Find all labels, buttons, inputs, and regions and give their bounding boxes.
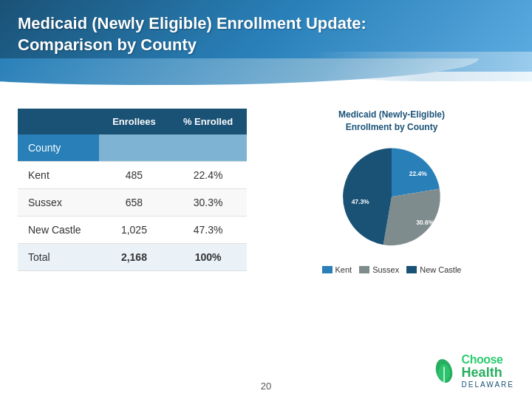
row-total-percent: 100%	[169, 244, 247, 271]
table-header-row: Enrollees % Enrolled	[18, 109, 247, 134]
row-newcastle-enrollees: 1,025	[99, 216, 169, 244]
pie-label-kent: 22.4%	[409, 170, 427, 177]
table-row: Kent 485 22.4%	[18, 162, 247, 189]
page-header: Medicaid (Newly Eligible) Enrollment Upd…	[0, 0, 532, 72]
legend-item-kent: Kent	[322, 265, 352, 274]
logo-choose: Choose	[462, 353, 514, 366]
legend-color-kent	[322, 266, 332, 273]
row-sussex-name: Sussex	[18, 189, 99, 216]
legend-label-newcastle: New Castle	[420, 265, 461, 274]
chart-section: Medicaid (Newly-Eligible) Enrollment by …	[269, 109, 514, 274]
title-line2: Comparison by County	[18, 35, 197, 54]
row-kent-percent: 22.4%	[169, 162, 247, 189]
row-kent-enrollees: 485	[99, 162, 169, 189]
enrollment-table: Enrollees % Enrolled County Kent 485 22.…	[18, 109, 247, 271]
logo-leaf-icon	[431, 358, 457, 384]
county-label: County	[18, 134, 99, 162]
row-newcastle-percent: 47.3%	[169, 216, 247, 244]
page-number: 20	[261, 381, 271, 392]
table-row-total: Total 2,168 100%	[18, 244, 247, 271]
legend-item-newcastle: New Castle	[406, 265, 461, 274]
logo-health: Health	[462, 366, 514, 381]
pie-label-sussex: 30.6%	[416, 219, 434, 226]
chart-title-line2: Enrollment by County	[346, 122, 438, 132]
col-enrollees-header: Enrollees	[99, 109, 169, 134]
legend-label-sussex: Sussex	[372, 265, 399, 274]
title-line1: Medicaid (Newly Eligible) Enrollment Upd…	[18, 14, 366, 33]
table-row: New Castle 1,025 47.3%	[18, 216, 247, 244]
logo-area: Choose Health Delaware	[431, 353, 514, 389]
row-total-name: Total	[18, 244, 99, 271]
county-header-row: County	[18, 134, 247, 162]
row-total-enrollees: 2,168	[99, 244, 169, 271]
logo-text: Choose Health Delaware	[462, 353, 514, 389]
col-empty-header	[18, 109, 99, 134]
county-percent-cell	[169, 134, 247, 162]
logo-delaware: Delaware	[462, 381, 514, 389]
county-enrollees-cell	[99, 134, 169, 162]
row-sussex-enrollees: 658	[99, 189, 169, 216]
pie-slice-sussex	[383, 188, 440, 245]
row-sussex-percent: 30.3%	[169, 189, 247, 216]
pie-chart-svg: 22.4% 30.6% 47.3%	[318, 141, 466, 259]
legend-item-sussex: Sussex	[359, 265, 399, 274]
legend-color-sussex	[359, 266, 369, 273]
legend-label-kent: Kent	[335, 265, 352, 274]
row-kent-name: Kent	[18, 162, 99, 189]
page-title: Medicaid (Newly Eligible) Enrollment Upd…	[18, 13, 514, 55]
pie-label-newcastle: 47.3%	[352, 197, 369, 205]
legend-color-newcastle	[406, 266, 417, 273]
pie-chart-container: 22.4% 30.6% 47.3%	[318, 141, 466, 259]
chart-title-line1: Medicaid (Newly-Eligible)	[338, 109, 445, 120]
pie-slice-newcastle	[343, 148, 392, 245]
chart-legend: Kent Sussex New Castle	[322, 265, 462, 274]
chart-title: Medicaid (Newly-Eligible) Enrollment by …	[338, 109, 445, 134]
table-section: Enrollees % Enrolled County Kent 485 22.…	[18, 109, 247, 274]
row-newcastle-name: New Castle	[18, 216, 99, 244]
main-content: Enrollees % Enrolled County Kent 485 22.…	[0, 72, 532, 289]
table-row: Sussex 658 30.3%	[18, 189, 247, 216]
col-percent-header: % Enrolled	[169, 109, 247, 134]
